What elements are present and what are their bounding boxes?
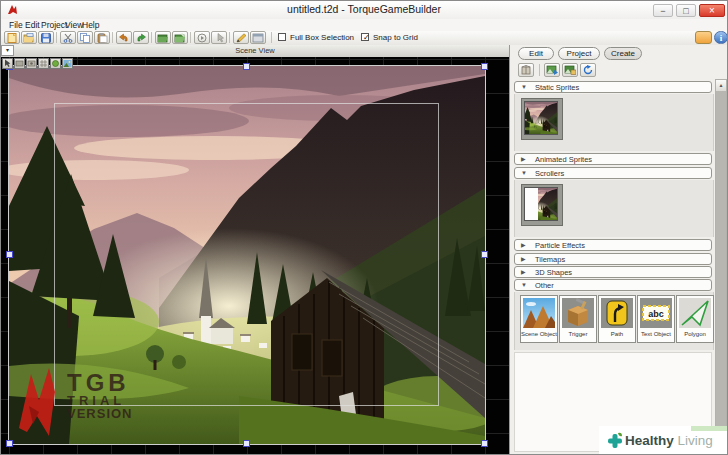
trigger-icon [562,298,594,328]
local-transform-tool-icon[interactable] [14,58,25,69]
toolbar-separator [112,32,113,43]
package-icon [520,65,532,75]
polygon-icon [679,298,711,328]
green-folder-icon [157,33,169,43]
panel-scrollbar[interactable]: ▲ [715,79,727,454]
redo-button[interactable] [133,31,149,44]
selection-handle-bottom-left[interactable] [6,440,13,447]
selection-handle-bottom-right[interactable] [481,440,488,447]
selection-handle-bottom-center[interactable] [243,440,250,447]
save-button[interactable] [38,31,54,44]
brand-light-text: Living [674,433,713,448]
static-sprites-content [514,94,714,151]
pointer-mode-button[interactable] [211,31,227,44]
scene-view-panel: ▾ Scene View [1,45,509,455]
close-button[interactable]: × [699,4,725,17]
play-button[interactable] [194,31,210,44]
edit-mode-button[interactable] [233,31,249,44]
selection-handle-top-center[interactable] [243,63,250,70]
orange-toolbar-button[interactable] [695,31,712,44]
open-project-button[interactable] [155,31,171,44]
green-folder-save-icon [174,33,186,43]
selection-handle-top-right[interactable] [481,63,488,70]
cut-button[interactable] [60,31,76,44]
pointer-tool-icon[interactable] [2,58,13,69]
section-tilemaps[interactable]: ▶ Tilemaps [514,253,712,265]
refresh-button[interactable] [580,63,596,77]
tab-edit[interactable]: Edit [518,47,554,60]
tab-create[interactable]: Create [604,47,642,60]
new-file-icon [6,33,18,43]
scene-canvas[interactable]: TGB TRIAL VERSION [1,57,509,455]
snap-to-grid-checkbox[interactable]: ✓ [361,33,369,41]
section-3d-shapes[interactable]: ▶ 3D Shapes [514,266,712,278]
menu-help[interactable]: Help [79,19,102,31]
cursor-arrow-icon [213,33,225,43]
create-polygon-tile[interactable]: Polygon [676,295,714,343]
section-particle-effects[interactable]: ▶ Particle Effects [514,239,712,251]
paste-button[interactable] [94,31,110,44]
brand-accent-strip [691,426,728,431]
static-sprite-thumbnail[interactable] [521,98,563,140]
section-static-sprites[interactable]: ▼ Static Sprites [514,81,712,93]
section-animated-sprites[interactable]: ▶ Animated Sprites [514,153,712,165]
check-icon: ✓ [363,34,370,41]
scrollers-content [514,180,714,237]
window-icon [252,33,264,43]
open-file-button[interactable] [21,31,37,44]
snap-to-grid-label: Snap to Grid [373,33,418,42]
scene-object-icon [523,298,555,328]
tab-project[interactable]: Project [558,47,600,60]
save-project-button[interactable] [172,31,188,44]
scene-window-button[interactable] [250,31,266,44]
copy-button[interactable] [77,31,93,44]
scroller-thumbnail[interactable] [521,184,563,226]
text-object-icon: abc [640,298,672,328]
new-file-button[interactable] [4,31,20,44]
grid-toggle-icon[interactable] [38,58,49,69]
create-path-tile[interactable]: Path [598,295,636,343]
section-other[interactable]: ▼ Other [514,279,712,291]
minimize-button[interactable]: − [653,4,673,17]
package-button[interactable] [518,63,534,77]
scroller-offset-area [525,188,538,220]
full-box-selection-label: Full Box Selection [290,33,354,42]
full-box-selection-checkbox[interactable] [278,33,286,41]
info-button[interactable]: i [714,31,728,44]
sidebar: Edit Project Create ▼ Static Sprites ▶ [509,45,728,455]
create-trigger-tile[interactable]: Trigger [559,295,597,343]
toolbar-separator [56,32,57,43]
add-image-icon [546,65,558,75]
scrollbar-thumb[interactable] [716,91,726,451]
pencil-icon [235,33,247,43]
maximize-button[interactable]: □ [676,4,696,17]
menu-bar: File Edit Project View Help [1,19,727,31]
expanded-icon: ▼ [521,281,527,290]
version-line: VERSION [67,407,133,420]
section-scrollers[interactable]: ▼ Scrollers [514,167,712,179]
play-icon [196,33,208,43]
create-text-object-tile[interactable]: abc Text Object [637,295,675,343]
save-disk-icon [40,33,52,43]
brand-text: Healthy Living [625,433,713,448]
toolbar-separator [190,32,191,43]
import-sprite-button[interactable] [562,63,578,77]
trial-watermark-text: TGB TRIAL VERSION [67,372,133,420]
world-transform-tool-icon[interactable] [26,58,37,69]
background-image-icon[interactable] [62,58,73,69]
undo-arrow-icon [118,33,130,43]
snap-toggle-icon[interactable] [50,58,61,69]
svg-text:abc: abc [648,309,664,319]
toolbar-separator [271,32,272,43]
window-title: untitled.t2d - TorqueGameBuilder [1,3,727,15]
undo-button[interactable] [116,31,132,44]
selection-handle-middle-right[interactable] [481,251,488,258]
main-toolbar: Full Box Selection ✓ Snap to Grid i [1,31,727,46]
add-sprite-button[interactable] [544,63,560,77]
path-icon [601,298,633,328]
landscape-sprite[interactable]: TGB TRIAL VERSION [9,66,485,444]
selection-handle-middle-left[interactable] [6,251,13,258]
scene-view-title: Scene View [1,46,509,55]
paste-icon [96,33,108,43]
create-scene-object-tile[interactable]: Scene Object [520,295,558,343]
